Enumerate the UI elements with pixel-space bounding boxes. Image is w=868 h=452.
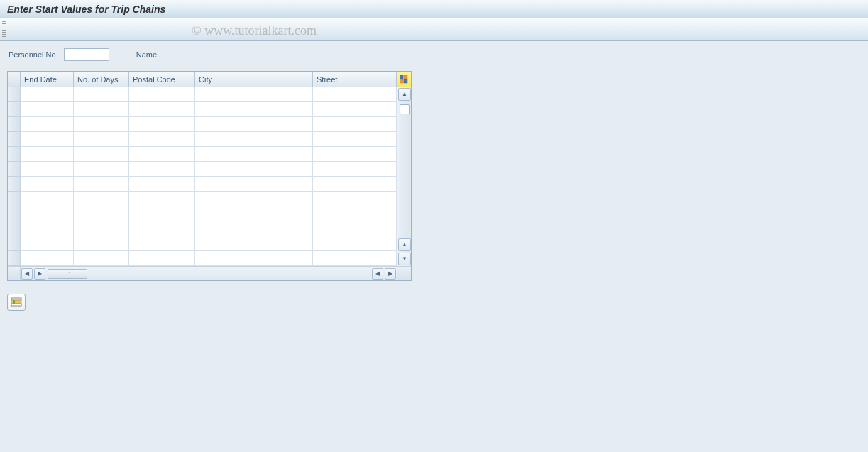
cell-days[interactable] — [74, 117, 129, 132]
scroll-down-button[interactable]: ▼ — [398, 253, 411, 265]
cell-postal[interactable] — [129, 132, 195, 147]
row-selector[interactable] — [8, 177, 21, 192]
cell-city[interactable] — [195, 236, 313, 251]
cell-city[interactable] — [195, 206, 313, 221]
cell-postal[interactable] — [129, 221, 195, 236]
row-selector[interactable] — [8, 87, 21, 102]
cell-street[interactable] — [313, 102, 397, 117]
cell-end_date[interactable] — [21, 102, 74, 117]
table-body — [8, 87, 397, 266]
col-header-street[interactable]: Street — [313, 72, 397, 87]
cell-end_date[interactable] — [21, 177, 74, 192]
scroll-right-step-button[interactable]: ◀ — [372, 268, 383, 280]
cell-days[interactable] — [74, 236, 129, 251]
row-selector[interactable] — [8, 192, 21, 206]
scroll-left-button[interactable]: ◀ — [21, 268, 33, 280]
cell-days[interactable] — [74, 251, 129, 266]
cell-city[interactable] — [195, 132, 313, 147]
row-selector[interactable] — [8, 117, 21, 132]
cell-street[interactable] — [313, 177, 397, 192]
cell-street[interactable] — [313, 192, 397, 206]
cell-end_date[interactable] — [21, 162, 74, 177]
cell-street[interactable] — [313, 132, 397, 147]
horizontal-scroll-thumb[interactable]: ::: — [48, 269, 87, 279]
horizontal-scroll-track[interactable] — [87, 269, 371, 279]
cell-street[interactable] — [313, 206, 397, 221]
cell-city[interactable] — [195, 221, 313, 236]
cell-end_date[interactable] — [21, 206, 74, 221]
cell-city[interactable] — [195, 162, 313, 177]
table-config-button[interactable] — [397, 72, 411, 87]
cell-postal[interactable] — [129, 177, 195, 192]
cell-postal[interactable] — [129, 102, 195, 117]
table-row — [8, 102, 397, 117]
cell-end_date[interactable] — [21, 251, 74, 266]
cell-postal[interactable] — [129, 87, 195, 102]
cell-postal[interactable] — [129, 147, 195, 162]
cell-postal[interactable] — [129, 206, 195, 221]
application-toolbar — [0, 18, 868, 41]
row-selector[interactable] — [8, 221, 21, 236]
name-output — [161, 49, 211, 60]
cell-city[interactable] — [195, 177, 313, 192]
vertical-scroll-track[interactable] — [398, 101, 410, 238]
cell-days[interactable] — [74, 102, 129, 117]
col-header-no-of-days[interactable]: No. of Days — [74, 72, 129, 87]
cell-street[interactable] — [313, 117, 397, 132]
cell-city[interactable] — [195, 87, 313, 102]
insert-row-button[interactable] — [7, 294, 26, 311]
select-all-corner[interactable] — [8, 72, 21, 87]
cell-days[interactable] — [74, 206, 129, 221]
cell-city[interactable] — [195, 251, 313, 266]
row-selector[interactable] — [8, 206, 21, 221]
scroll-down-step-button[interactable]: ▲ — [398, 238, 411, 251]
cell-days[interactable] — [74, 132, 129, 147]
cell-days[interactable] — [74, 177, 129, 192]
cell-city[interactable] — [195, 117, 313, 132]
col-header-end-date[interactable]: End Date — [21, 72, 74, 87]
scroll-right-button[interactable]: ▶ — [385, 268, 396, 280]
cell-city[interactable] — [195, 102, 313, 117]
cell-end_date[interactable] — [21, 192, 74, 206]
row-selector[interactable] — [8, 147, 21, 162]
vertical-scrollbar[interactable]: ▲ ▲ ▼ — [397, 87, 411, 266]
svg-rect-1 — [404, 75, 407, 79]
scroll-left-step-button[interactable]: ▶ — [34, 268, 45, 280]
row-selector[interactable] — [8, 162, 21, 177]
cell-postal[interactable] — [129, 192, 195, 206]
row-selector[interactable] — [8, 132, 21, 147]
row-selector[interactable] — [8, 251, 21, 266]
cell-days[interactable] — [74, 192, 129, 206]
personnel-no-input[interactable] — [64, 48, 109, 61]
cell-postal[interactable] — [129, 162, 195, 177]
row-selector[interactable] — [8, 102, 21, 117]
cell-postal[interactable] — [129, 251, 195, 266]
cell-days[interactable] — [74, 162, 129, 177]
cell-city[interactable] — [195, 147, 313, 162]
horizontal-scrollbar[interactable]: ◀ ▶ ::: ◀ ▶ — [8, 266, 411, 280]
cell-end_date[interactable] — [21, 221, 74, 236]
cell-days[interactable] — [74, 87, 129, 102]
cell-street[interactable] — [313, 147, 397, 162]
cell-end_date[interactable] — [21, 236, 74, 251]
cell-postal[interactable] — [129, 236, 195, 251]
cell-city[interactable] — [195, 192, 313, 206]
cell-days[interactable] — [74, 221, 129, 236]
cell-days[interactable] — [74, 147, 129, 162]
cell-street[interactable] — [313, 162, 397, 177]
cell-end_date[interactable] — [21, 132, 74, 147]
col-header-postal-code[interactable]: Postal Code — [129, 72, 195, 87]
scroll-up-button[interactable]: ▲ — [398, 88, 411, 101]
vertical-scroll-thumb[interactable] — [400, 104, 410, 114]
cell-end_date[interactable] — [21, 87, 74, 102]
cell-end_date[interactable] — [21, 117, 74, 132]
cell-street[interactable] — [313, 251, 397, 266]
cell-street[interactable] — [313, 221, 397, 236]
row-selector[interactable] — [8, 236, 21, 251]
cell-postal[interactable] — [129, 117, 195, 132]
cell-street[interactable] — [313, 236, 397, 251]
col-header-city[interactable]: City — [195, 72, 313, 87]
cell-street[interactable] — [313, 87, 397, 102]
cell-end_date[interactable] — [21, 147, 74, 162]
svg-rect-3 — [404, 79, 407, 83]
